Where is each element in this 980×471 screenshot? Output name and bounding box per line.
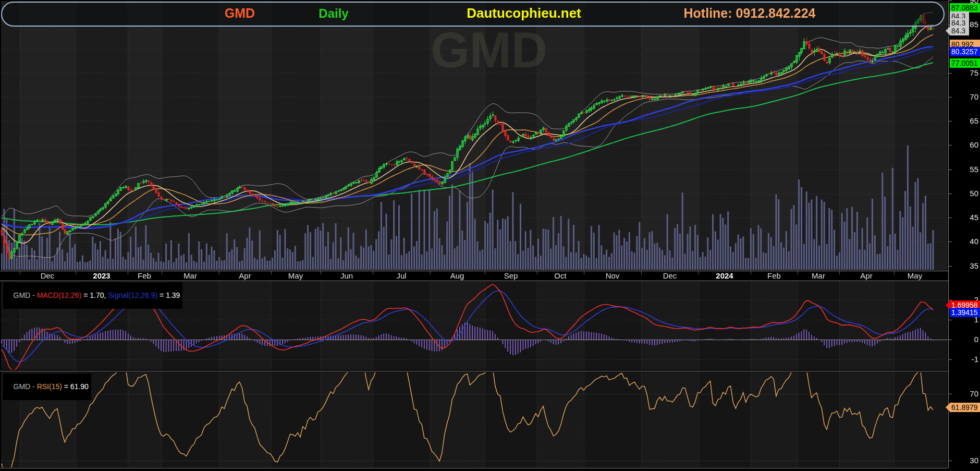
macd-label-name: MACD(12,26)	[37, 291, 82, 299]
month-label: Oct	[554, 271, 566, 280]
rsi-tick-label: 70	[956, 389, 978, 398]
month-label: Feb	[767, 271, 781, 280]
macd-label-value: = 1.70,	[81, 291, 108, 299]
month-label: Aug	[450, 271, 464, 280]
price-tick-label: 65	[956, 116, 978, 126]
month-label: Feb	[138, 271, 151, 280]
price-tick-label: 40	[956, 237, 978, 246]
rsi-label-name: RSI(15)	[37, 382, 62, 391]
rsi-badge: 61.8979	[950, 403, 980, 412]
month-label: Nov	[606, 271, 620, 280]
website-label: Dautucophieu.net	[467, 5, 581, 21]
badge-arrow-icon	[946, 403, 950, 412]
macd-panel-label: GMD - MACD(12,26) = 1.70, Signal(12,26,9…	[3, 282, 182, 309]
month-label: 2024	[716, 271, 733, 280]
macd-tick-label: 0	[956, 335, 978, 344]
badge-arrow-icon	[946, 301, 950, 309]
month-label: Sep	[504, 271, 518, 280]
macd-label-prefix: GMD -	[14, 291, 37, 299]
month-label: Apr	[239, 271, 251, 280]
price-chart-canvas[interactable]	[0, 0, 980, 471]
macd-tick-label: -1	[956, 355, 978, 364]
price-tick-label: 55	[956, 165, 978, 174]
month-label: Dec	[41, 271, 55, 280]
month-label: Apr	[860, 271, 872, 280]
month-label: May	[288, 271, 303, 280]
chart-window: GMD Daily Dautucophieu.net Hotline: 0912…	[0, 0, 980, 471]
month-label: May	[908, 271, 922, 280]
rsi-label-value: = 61.90	[62, 382, 89, 391]
month-label: Mar	[183, 271, 197, 280]
signal-label-name: Signal(12,26,9)	[108, 291, 157, 299]
rsi-panel-label: GMD - RSI(15) = 61.90	[3, 373, 91, 400]
price-tick-label: 35	[956, 261, 978, 271]
month-label: Mar	[812, 271, 825, 280]
timeframe-label: Daily	[318, 6, 348, 21]
price-tick-label: 45	[956, 213, 978, 222]
price-tick-label: 75	[956, 68, 978, 78]
price-badge: 80.3257	[950, 47, 980, 56]
chart-header: GMD Daily Dautucophieu.net Hotline: 0912…	[1, 2, 945, 27]
price-tick-label: 70	[956, 92, 978, 102]
rsi-tick-label: 30	[956, 456, 978, 465]
month-label: Jul	[396, 271, 406, 280]
month-label: 2023	[93, 271, 110, 280]
rsi-label-prefix: GMD -	[14, 382, 37, 391]
month-label: Jun	[340, 271, 353, 280]
price-tick-label: 60	[956, 140, 978, 150]
price-badge: 84.3	[950, 26, 969, 35]
signal-label-value: = 1.39	[157, 291, 180, 299]
price-tick-label: 50	[956, 189, 978, 198]
symbol-label: GMD	[225, 6, 255, 21]
hotline-label: Hotline: 0912.842.224	[684, 6, 816, 21]
badge-arrow-icon	[946, 27, 950, 35]
month-label: Dec	[663, 271, 677, 280]
price-badge: 77.0051	[950, 58, 980, 68]
macd-badge: 1.39415	[950, 308, 980, 317]
